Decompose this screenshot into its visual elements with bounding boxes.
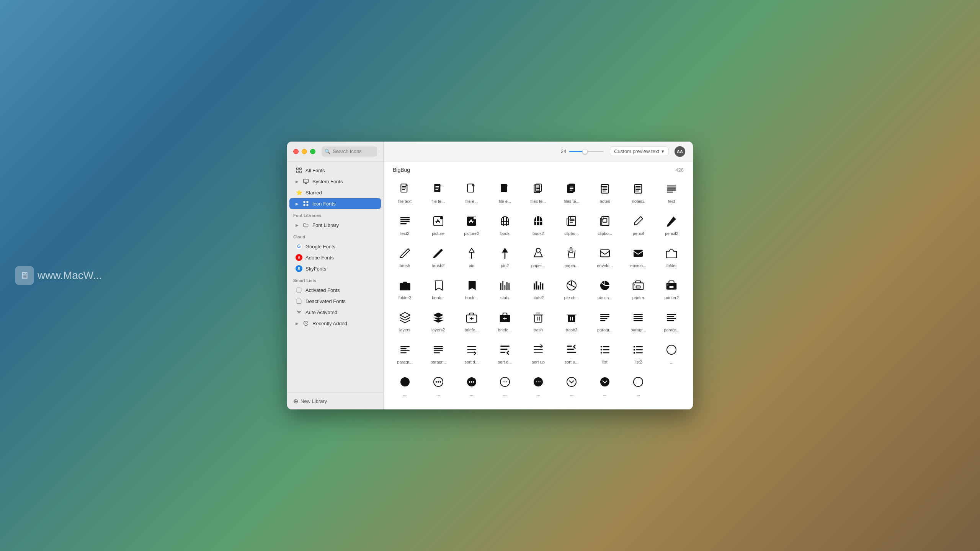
search-input[interactable] (333, 148, 374, 154)
sidebar-item-icon-fonts[interactable]: ▶ Icon Fonts (289, 198, 381, 209)
list-item[interactable]: pin2 (488, 241, 521, 273)
list-item[interactable]: clipbo... (555, 209, 588, 241)
list-item[interactable]: briefc... (488, 305, 521, 337)
icon-label: paragr... (664, 328, 679, 332)
icon-preview (398, 279, 412, 292)
list-item[interactable]: notes2 (622, 177, 655, 209)
sidebar-item-auto-activated[interactable]: Auto Activated (289, 307, 381, 318)
list-item[interactable]: file e... (455, 177, 488, 209)
list-item[interactable]: file e... (488, 177, 521, 209)
sidebar-item-deactivated-fonts[interactable]: Deactivated Fonts (289, 296, 381, 306)
list-item[interactable]: pie ch... (555, 273, 588, 305)
list-item[interactable]: paper... (521, 241, 555, 273)
list-item[interactable]: paragr... (622, 305, 655, 337)
list-item[interactable]: ... (421, 370, 455, 402)
list-item[interactable]: stats (488, 273, 521, 305)
list-item[interactable]: list2 (622, 337, 655, 370)
list-item[interactable]: pencil2 (655, 209, 688, 241)
list-item[interactable]: trash2 (555, 305, 588, 337)
list-item[interactable]: ... (655, 337, 688, 370)
list-item[interactable]: paragr... (655, 305, 688, 337)
list-item[interactable]: trash (521, 305, 555, 337)
list-item[interactable]: book2 (521, 209, 555, 241)
list-item[interactable]: envelo... (622, 241, 655, 273)
svg-rect-6 (307, 201, 309, 203)
list-item[interactable]: text2 (388, 209, 421, 241)
sidebar-item-adobe-fonts[interactable]: A Adobe Fonts (289, 252, 381, 263)
list-item[interactable]: ... (388, 370, 421, 402)
icon-label: ... (403, 392, 407, 396)
sidebar-item-system-fonts[interactable]: ▶ System Fonts (289, 176, 381, 187)
sidebar-item-activated-fonts[interactable]: Activated Fonts (289, 285, 381, 295)
preview-text-label: Custom preview text (614, 148, 659, 154)
list-item[interactable]: paragr... (388, 337, 421, 370)
list-item[interactable]: file text (388, 177, 421, 209)
list-item[interactable]: envelo... (588, 241, 622, 273)
list-item[interactable]: layers2 (421, 305, 455, 337)
list-item[interactable]: pie ch... (588, 273, 622, 305)
list-item[interactable]: printer2 (655, 273, 688, 305)
list-item[interactable]: folder2 (388, 273, 421, 305)
icon-preview (498, 246, 512, 260)
icon-preview (631, 182, 645, 196)
list-item[interactable]: folder (655, 241, 688, 273)
list-item[interactable]: sort d... (455, 337, 488, 370)
list-item[interactable]: pin (455, 241, 488, 273)
list-item[interactable]: picture2 (455, 209, 488, 241)
list-item[interactable]: list (588, 337, 622, 370)
list-item[interactable]: ... (521, 370, 555, 402)
icon-label: files te... (564, 199, 580, 204)
sidebar-item-all-fonts[interactable]: All Fonts (289, 165, 381, 176)
close-button[interactable] (293, 149, 299, 154)
list-item[interactable]: notes (588, 177, 622, 209)
list-item[interactable]: stats2 (521, 273, 555, 305)
list-item[interactable]: ... (488, 370, 521, 402)
icon-preview (531, 279, 545, 292)
list-item[interactable]: ... (622, 370, 655, 402)
list-item[interactable]: picture (421, 209, 455, 241)
preview-text-dropdown[interactable]: Custom preview text ▾ (610, 147, 668, 156)
list-item[interactable]: files te... (521, 177, 555, 209)
list-item[interactable]: briefc... (455, 305, 488, 337)
list-item[interactable]: paper... (555, 241, 588, 273)
list-item[interactable]: book (488, 209, 521, 241)
list-item[interactable]: clipbo... (588, 209, 622, 241)
size-slider[interactable] (569, 151, 604, 152)
list-item[interactable]: ... (588, 370, 622, 402)
list-item[interactable]: file te... (421, 177, 455, 209)
list-item[interactable]: layers (388, 305, 421, 337)
sidebar-item-google-fonts[interactable]: G Google Fonts (289, 241, 381, 252)
svg-rect-10 (297, 299, 301, 303)
icon-label: clipbo... (564, 231, 579, 236)
list-item[interactable]: pencil (622, 209, 655, 241)
icon-preview (531, 182, 545, 196)
list-item[interactable]: sort d... (488, 337, 521, 370)
avatar[interactable]: AA (675, 146, 685, 157)
new-library-button[interactable]: ⊕ New Library (293, 398, 377, 405)
list-item[interactable]: files te... (555, 177, 588, 209)
sidebar-item-sky-fonts[interactable]: S SkyFonts (289, 263, 381, 274)
check-circle-icon (296, 287, 302, 293)
list-item[interactable]: brush (388, 241, 421, 273)
list-item[interactable]: book... (455, 273, 488, 305)
sidebar-item-recently-added[interactable]: ▶ Recently Added (289, 318, 381, 329)
maximize-button[interactable] (310, 149, 315, 154)
minimize-button[interactable] (302, 149, 307, 154)
list-item[interactable]: ... (455, 370, 488, 402)
sidebar-item-font-library[interactable]: ▶ Font Library (289, 220, 381, 230)
sidebar-item-starred[interactable]: ⭐ Starred (289, 187, 381, 198)
list-item[interactable]: paragr... (588, 305, 622, 337)
list-item[interactable]: printer (622, 273, 655, 305)
search-box[interactable]: 🔍 (322, 147, 377, 156)
list-item[interactable]: text (655, 177, 688, 209)
list-item[interactable]: sort up (521, 337, 555, 370)
list-item[interactable]: book... (421, 273, 455, 305)
icon-preview (631, 279, 645, 292)
icon-preview (598, 343, 612, 357)
list-item[interactable]: ... (555, 370, 588, 402)
list-item[interactable]: sort u... (555, 337, 588, 370)
icon-preview (431, 214, 445, 228)
list-item[interactable]: paragr... (421, 337, 455, 370)
list-item[interactable]: brush2 (421, 241, 455, 273)
monitor-icon (302, 178, 309, 185)
